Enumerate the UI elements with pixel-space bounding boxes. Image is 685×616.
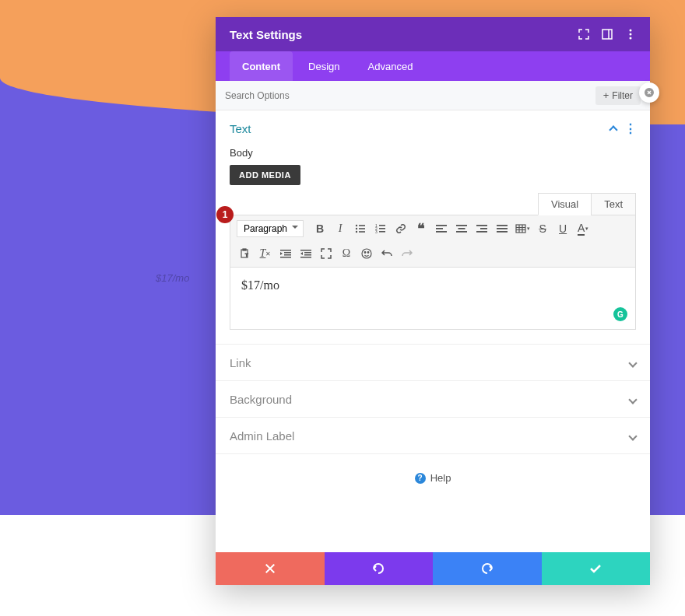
preview-price-text: $17/mo [156, 272, 189, 284]
indent-icon[interactable] [297, 245, 314, 262]
svg-text:3: 3 [375, 229, 378, 234]
numbered-list-icon[interactable]: 123 [372, 220, 389, 237]
fullscreen-icon[interactable] [318, 245, 335, 262]
svg-point-45 [362, 249, 371, 258]
bold-icon[interactable]: B [311, 220, 328, 237]
format-dropdown[interactable]: Paragraph [237, 220, 304, 237]
outdent-icon[interactable] [277, 245, 294, 262]
svg-point-47 [367, 252, 369, 254]
section-admin-label: Admin Label [216, 418, 650, 454]
svg-rect-27 [497, 228, 508, 229]
help-row: ? Help [216, 454, 650, 499]
save-button[interactable] [542, 552, 651, 585]
svg-rect-10 [359, 231, 365, 233]
editor-tab-visual[interactable]: Visual [538, 193, 591, 215]
svg-rect-38 [284, 252, 291, 254]
section-link-title: Link [230, 356, 251, 369]
align-right-icon[interactable] [473, 220, 490, 237]
tab-advanced[interactable]: Advanced [356, 51, 426, 81]
table-icon[interactable]: ▾ [514, 220, 531, 237]
emoji-icon[interactable] [358, 245, 375, 262]
svg-rect-40 [280, 257, 291, 258]
svg-rect-24 [480, 228, 487, 229]
svg-rect-20 [456, 225, 467, 226]
section-text: Text ⋮ Body ADD MEDIA Visual Text Paragr… [216, 110, 650, 345]
svg-rect-12 [379, 225, 385, 226]
svg-rect-42 [304, 252, 311, 254]
chevron-down-icon [630, 355, 636, 369]
svg-rect-22 [456, 231, 467, 233]
special-char-icon[interactable]: Ω [338, 245, 355, 262]
svg-rect-35 [243, 249, 246, 250]
svg-text:T: T [245, 253, 248, 257]
undo-icon[interactable] [378, 245, 395, 262]
svg-rect-23 [476, 225, 487, 226]
section-link: Link [216, 345, 650, 381]
section-text-header[interactable]: Text ⋮ [216, 110, 650, 147]
section-admin-label-title: Admin Label [230, 429, 294, 443]
settings-tabs: Content Design Advanced [216, 51, 650, 81]
svg-rect-25 [476, 231, 487, 233]
chevron-down-icon [630, 429, 636, 443]
svg-rect-44 [300, 257, 311, 258]
filter-label: Filter [612, 90, 633, 101]
section-text-controls: ⋮ [610, 121, 636, 136]
body-label: Body [216, 147, 650, 165]
filter-button[interactable]: +Filter [595, 86, 641, 105]
italic-icon[interactable]: I [332, 220, 349, 237]
undo-button[interactable] [325, 552, 434, 585]
section-admin-label-header[interactable]: Admin Label [216, 418, 650, 453]
svg-point-7 [356, 228, 357, 229]
modal-title: Text Settings [230, 28, 302, 41]
svg-rect-19 [436, 231, 447, 233]
kebab-menu-icon[interactable] [625, 29, 636, 40]
redo-icon[interactable] [399, 245, 416, 262]
editor-content-area[interactable]: $17/mo G [230, 268, 636, 330]
modal-content: Text ⋮ Body ADD MEDIA Visual Text Paragr… [216, 110, 650, 552]
align-justify-icon[interactable] [494, 220, 511, 237]
section-background-header[interactable]: Background [216, 381, 650, 417]
svg-rect-6 [359, 225, 365, 226]
cancel-button[interactable] [216, 552, 325, 585]
chevron-down-icon [630, 392, 636, 406]
chevron-up-icon[interactable] [610, 122, 616, 136]
redo-button[interactable] [433, 552, 542, 585]
svg-rect-29 [516, 225, 525, 233]
underline-icon[interactable]: U [554, 220, 571, 237]
svg-rect-28 [497, 231, 508, 233]
section-menu-icon[interactable]: ⋮ [624, 121, 636, 136]
align-center-icon[interactable] [453, 220, 470, 237]
editor-mode-tabs: Visual Text [230, 193, 636, 215]
search-input[interactable] [225, 90, 595, 101]
bullet-list-icon[interactable] [352, 220, 369, 237]
tab-content[interactable]: Content [230, 51, 293, 81]
text-settings-modal: Text Settings Content Design Advanced +F… [216, 17, 650, 585]
svg-rect-8 [359, 228, 365, 229]
help-label: Help [430, 472, 451, 484]
grammarly-icon[interactable]: G [613, 307, 627, 321]
expand-icon[interactable] [578, 29, 589, 40]
svg-rect-17 [436, 225, 447, 226]
add-media-button[interactable]: ADD MEDIA [230, 165, 300, 185]
strikethrough-icon[interactable]: S [534, 220, 551, 237]
snap-icon[interactable] [602, 29, 613, 40]
svg-rect-16 [379, 231, 385, 233]
link-icon[interactable] [392, 220, 409, 237]
align-left-icon[interactable] [433, 220, 450, 237]
text-color-icon[interactable]: A▾ [574, 220, 592, 237]
header-controls [578, 29, 636, 40]
quote-icon[interactable]: ❝ [413, 220, 430, 237]
step-badge-1: 1 [216, 206, 234, 223]
section-link-header[interactable]: Link [216, 345, 650, 380]
tab-design[interactable]: Design [296, 51, 352, 81]
editor-tab-text[interactable]: Text [591, 193, 636, 215]
svg-point-46 [364, 252, 366, 254]
close-modal-button[interactable] [639, 82, 659, 103]
clear-format-icon[interactable]: T✕ [257, 245, 274, 262]
modal-header: Text Settings [216, 17, 650, 51]
help-link[interactable]: ? Help [415, 472, 451, 484]
svg-rect-14 [379, 228, 385, 229]
search-bar: +Filter [216, 81, 650, 110]
paste-text-icon[interactable]: T [237, 245, 254, 262]
section-background: Background [216, 381, 650, 418]
